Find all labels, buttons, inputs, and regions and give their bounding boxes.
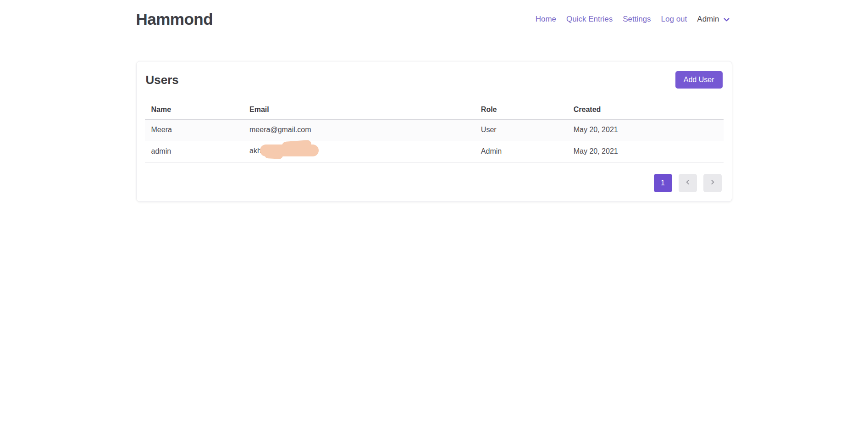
table-header-row: Name Email Role Created bbox=[145, 101, 724, 119]
nav-item-settings[interactable]: Settings bbox=[618, 15, 656, 24]
cell-email: meera@gmail.com bbox=[243, 119, 475, 140]
cell-name: Meera bbox=[145, 119, 243, 140]
nav-item-quick-entries[interactable]: Quick Entries bbox=[561, 15, 618, 24]
table-row: admin akh Admin May 20, 2021 bbox=[145, 140, 724, 163]
column-header-created: Created bbox=[567, 101, 724, 119]
brand-logo[interactable]: Hammond bbox=[136, 10, 213, 28]
nav-user-label: Admin bbox=[697, 15, 719, 24]
main-nav: Home Quick Entries Settings Log out Admi… bbox=[531, 15, 732, 24]
cell-role: User bbox=[475, 119, 567, 140]
cell-created: May 20, 2021 bbox=[567, 140, 724, 163]
column-header-email: Email bbox=[243, 101, 475, 119]
cell-name: admin bbox=[145, 140, 243, 163]
email-visible-text: akh bbox=[249, 147, 261, 155]
users-table: Name Email Role Created Meera meera@gmai… bbox=[145, 101, 724, 163]
pagination: 1 bbox=[145, 174, 724, 192]
nav-item-home[interactable]: Home bbox=[531, 15, 561, 24]
table-row: Meera meera@gmail.com User May 20, 2021 bbox=[145, 119, 724, 140]
column-header-role: Role bbox=[475, 101, 567, 119]
cell-email: akh bbox=[243, 140, 475, 163]
chevron-left-icon bbox=[685, 179, 691, 187]
cell-created: May 20, 2021 bbox=[567, 119, 724, 140]
users-card: Users Add User Name Email Role Created M… bbox=[136, 61, 732, 202]
pagination-page-1[interactable]: 1 bbox=[654, 174, 672, 192]
nav-user-menu[interactable]: Admin bbox=[692, 15, 732, 24]
column-header-name: Name bbox=[145, 101, 243, 119]
cell-role: Admin bbox=[475, 140, 567, 163]
users-card-header: Users Add User bbox=[145, 71, 724, 89]
pagination-next-button[interactable] bbox=[703, 174, 722, 192]
page-content: Users Add User Name Email Role Created M… bbox=[0, 39, 868, 202]
add-user-button[interactable]: Add User bbox=[675, 71, 723, 89]
pagination-prev-button[interactable] bbox=[679, 174, 697, 192]
chevron-right-icon bbox=[709, 179, 716, 187]
redaction-scribble bbox=[260, 145, 319, 156]
page-title: Users bbox=[146, 73, 179, 87]
chevron-down-icon bbox=[723, 16, 730, 23]
nav-item-logout[interactable]: Log out bbox=[656, 15, 692, 24]
top-navbar: Hammond Home Quick Entries Settings Log … bbox=[0, 0, 868, 39]
